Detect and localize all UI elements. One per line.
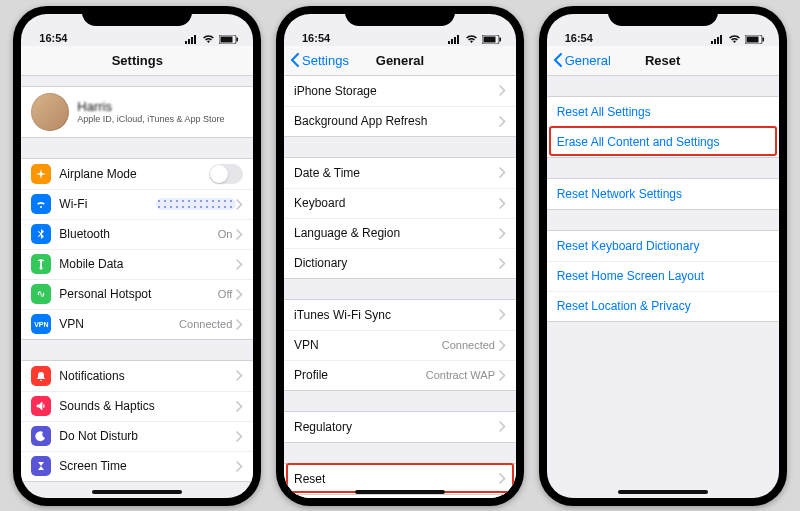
content[interactable]: Reset All SettingsErase All Content and … — [547, 76, 779, 498]
apple-id-card[interactable]: Harris Apple ID, iCloud, iTunes & App St… — [21, 86, 253, 138]
row-reset-home-screen-layout[interactable]: Reset Home Screen Layout — [547, 261, 779, 291]
antenna-icon — [31, 254, 51, 274]
row-dictionary[interactable]: Dictionary — [284, 248, 516, 278]
cellular-icon — [185, 35, 198, 44]
chevron-right-icon — [499, 370, 506, 381]
row-label: iTunes Wi-Fi Sync — [294, 308, 499, 322]
row-label: Date & Time — [294, 166, 499, 180]
row-label: Reset Network Settings — [557, 187, 769, 201]
navbar: Settings General — [284, 46, 516, 76]
wifi-status-icon — [202, 35, 215, 44]
row-value: On — [218, 228, 233, 240]
svg-rect-18 — [483, 36, 495, 42]
chevron-right-icon — [236, 370, 243, 381]
svg-rect-6 — [237, 37, 239, 41]
chevron-right-icon — [236, 259, 243, 270]
row-label: Reset Keyboard Dictionary — [557, 239, 769, 253]
row-vpn[interactable]: VPNVPNConnected — [21, 309, 253, 339]
row-reset-keyboard-dictionary[interactable]: Reset Keyboard Dictionary — [547, 231, 779, 261]
row-label: Do Not Disturb — [59, 429, 236, 443]
row-label: Wi-Fi — [59, 197, 156, 211]
row-label: Notifications — [59, 369, 236, 383]
row-label: Reset — [294, 472, 499, 486]
svg-rect-5 — [221, 36, 233, 42]
row-profile[interactable]: ProfileContract WAP — [284, 360, 516, 390]
phone-settings: 16:54 Settings Harris Apple ID, iCloud, … — [13, 6, 261, 506]
back-button[interactable]: General — [553, 46, 611, 75]
row-keyboard[interactable]: Keyboard — [284, 188, 516, 218]
row-label: Bluetooth — [59, 227, 217, 241]
notch — [82, 6, 192, 26]
svg-point-7 — [40, 261, 42, 263]
row-date-time[interactable]: Date & Time — [284, 158, 516, 188]
content[interactable]: iPhone StorageBackground App Refresh Dat… — [284, 76, 516, 498]
row-label: Reset Location & Privacy — [557, 299, 769, 313]
home-indicator — [618, 490, 708, 494]
row-erase-all-content-and-settings[interactable]: Erase All Content and Settings — [547, 127, 779, 157]
back-button[interactable]: Settings — [290, 46, 349, 75]
row-vpn[interactable]: VPNConnected — [284, 330, 516, 360]
avatar — [31, 93, 69, 131]
row-notifications[interactable]: Notifications — [21, 361, 253, 391]
row-regulatory[interactable]: Regulatory — [284, 412, 516, 442]
chevron-right-icon — [236, 401, 243, 412]
row-label: Sounds & Haptics — [59, 399, 236, 413]
row-label: Screen Time — [59, 459, 236, 473]
row-value: Contract WAP — [426, 369, 495, 381]
row-reset-network-settings[interactable]: Reset Network Settings — [547, 179, 779, 209]
notch — [608, 6, 718, 26]
row-bluetooth[interactable]: BluetoothOn — [21, 219, 253, 249]
row-reset-location-privacy[interactable]: Reset Location & Privacy — [547, 291, 779, 321]
row-background-app-refresh[interactable]: Background App Refresh — [284, 106, 516, 136]
page-title: General — [376, 53, 424, 68]
svg-rect-3 — [194, 35, 196, 44]
page-title: Reset — [645, 53, 680, 68]
cellular-icon — [711, 35, 724, 44]
battery-icon — [482, 35, 502, 44]
row-label: Dictionary — [294, 256, 499, 270]
row-value: Off — [218, 288, 232, 300]
row-do-not-disturb[interactable]: Do Not Disturb — [21, 421, 253, 451]
row-label: Keyboard — [294, 196, 499, 210]
row-mobile-data[interactable]: Mobile Data — [21, 249, 253, 279]
chevron-right-icon — [236, 229, 243, 240]
row-itunes-wi-fi-sync[interactable]: iTunes Wi-Fi Sync — [284, 300, 516, 330]
chevron-right-icon — [499, 340, 506, 351]
row-iphone-storage[interactable]: iPhone Storage — [284, 76, 516, 106]
row-airplane-mode[interactable]: Airplane Mode — [21, 159, 253, 189]
shut-down-row[interactable]: Shut Down — [284, 495, 516, 498]
row-label: Background App Refresh — [294, 114, 499, 128]
chevron-right-icon — [499, 473, 506, 484]
row-personal-hotspot[interactable]: Personal HotspotOff — [21, 279, 253, 309]
svg-rect-1 — [188, 39, 190, 44]
svg-rect-0 — [185, 41, 187, 44]
svg-rect-20 — [711, 41, 713, 44]
chevron-right-icon — [499, 309, 506, 320]
row-sounds-haptics[interactable]: Sounds & Haptics — [21, 391, 253, 421]
svg-rect-23 — [720, 35, 722, 44]
row-language-region[interactable]: Language & Region — [284, 218, 516, 248]
airplane-icon — [31, 164, 51, 184]
navbar: Settings — [21, 46, 253, 76]
row-wi-fi[interactable]: Wi-Fi — [21, 189, 253, 219]
cellular-icon — [448, 35, 461, 44]
status-time: 16:54 — [565, 32, 593, 44]
bluetooth-icon — [31, 224, 51, 244]
row-reset-all-settings[interactable]: Reset All Settings — [547, 97, 779, 127]
row-screen-time[interactable]: Screen Time — [21, 451, 253, 481]
toggle[interactable] — [209, 164, 243, 184]
navbar: General Reset — [547, 46, 779, 76]
back-label: Settings — [302, 53, 349, 68]
screen: 16:54 Settings General iPhone StorageBac… — [284, 14, 516, 498]
wifi-status-icon — [465, 35, 478, 44]
screen: 16:54 Settings Harris Apple ID, iCloud, … — [21, 14, 253, 498]
chevron-right-icon — [236, 431, 243, 442]
content[interactable]: Harris Apple ID, iCloud, iTunes & App St… — [21, 76, 253, 498]
row-label: Profile — [294, 368, 426, 382]
home-indicator — [92, 490, 182, 494]
wifi-status-icon — [728, 35, 741, 44]
chevron-right-icon — [499, 421, 506, 432]
svg-rect-16 — [457, 35, 459, 44]
svg-rect-25 — [746, 36, 758, 42]
wifi-icon — [31, 194, 51, 214]
